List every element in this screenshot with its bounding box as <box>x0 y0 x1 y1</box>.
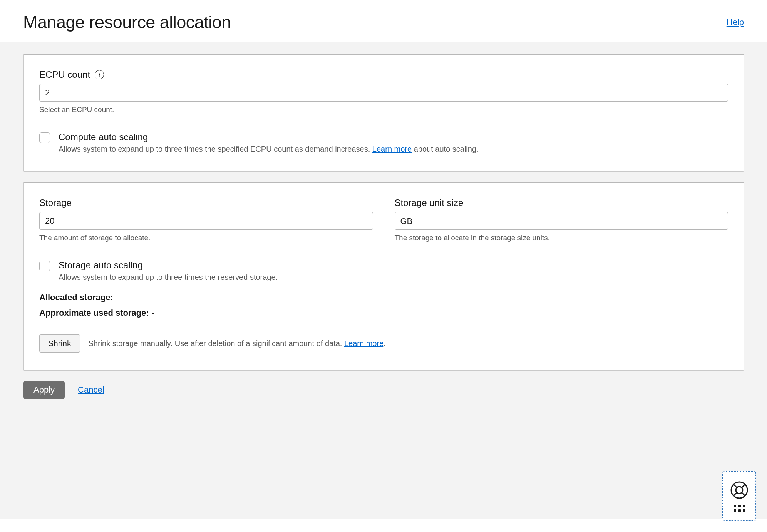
storage-autoscale-checkbox[interactable] <box>39 261 50 271</box>
used-storage-line: Approximate used storage: - <box>39 308 728 318</box>
storage-autoscale-desc: Allows system to expand up to three time… <box>59 273 278 282</box>
ecpu-panel: ECPU count i Select an ECPU count. Compu… <box>23 54 744 172</box>
svg-line-2 <box>734 484 737 487</box>
compute-autoscale-checkbox[interactable] <box>39 132 50 143</box>
svg-point-1 <box>736 487 743 494</box>
svg-line-3 <box>742 484 745 487</box>
storage-panel: Storage The amount of storage to allocat… <box>23 182 744 371</box>
allocated-storage-line: Allocated storage: - <box>39 293 728 303</box>
apply-button[interactable]: Apply <box>23 381 65 399</box>
compute-autoscale-learn-more-link[interactable]: Learn more <box>372 145 412 153</box>
dialog-body: ECPU count i Select an ECPU count. Compu… <box>0 42 767 519</box>
help-link[interactable]: Help <box>727 17 744 27</box>
ecpu-count-helper: Select an ECPU count. <box>39 105 728 114</box>
cancel-link[interactable]: Cancel <box>78 385 104 395</box>
dialog-header: Manage resource allocation Help <box>0 0 767 42</box>
shrink-desc: Shrink storage manually. Use after delet… <box>89 339 386 348</box>
svg-line-5 <box>742 493 745 496</box>
storage-unit-select[interactable]: GB <box>395 212 728 230</box>
storage-input[interactable] <box>39 212 373 230</box>
ecpu-count-input[interactable] <box>39 84 728 102</box>
support-widget[interactable] <box>722 471 756 519</box>
compute-autoscale-label: Compute auto scaling <box>59 132 479 142</box>
storage-helper: The amount of storage to allocate. <box>39 234 373 242</box>
ecpu-count-label: ECPU count i <box>39 69 104 80</box>
lifebuoy-icon <box>730 481 749 499</box>
shrink-button[interactable]: Shrink <box>39 334 80 353</box>
ecpu-count-label-text: ECPU count <box>39 69 90 80</box>
drag-handle-icon[interactable] <box>734 505 745 512</box>
storage-unit-helper: The storage to allocate in the storage s… <box>395 234 728 242</box>
shrink-learn-more-link[interactable]: Learn more <box>344 339 384 348</box>
storage-label: Storage <box>39 197 72 208</box>
storage-autoscale-label: Storage auto scaling <box>59 260 278 271</box>
svg-line-4 <box>734 493 737 496</box>
dialog-title: Manage resource allocation <box>23 12 231 32</box>
info-icon[interactable]: i <box>95 70 104 79</box>
footer-actions: Apply Cancel <box>23 381 744 399</box>
storage-unit-label: Storage unit size <box>395 197 464 208</box>
compute-autoscale-desc: Allows system to expand up to three time… <box>59 145 479 154</box>
